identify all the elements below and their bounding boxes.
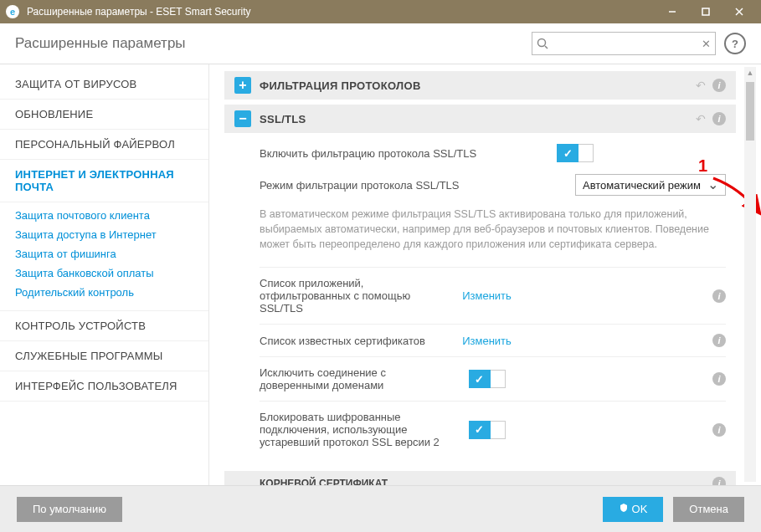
- sidebar-sub-mail[interactable]: Защита почтового клиента: [0, 206, 208, 225]
- section-root-certificate[interactable]: КОРНЕВОЙ СЕРТИФИКАТ i: [224, 471, 736, 486]
- ok-label: OK: [632, 503, 648, 515]
- sidebar-item-internet-mail[interactable]: ИНТЕРНЕТ И ЭЛЕКТРОННАЯ ПОЧТА: [0, 160, 208, 202]
- svg-rect-3: [702, 8, 709, 15]
- cert-list-edit-link[interactable]: Изменить: [462, 335, 512, 347]
- sidebar-item-antivirus[interactable]: ЗАЩИТА ОТ ВИРУСОВ: [0, 69, 208, 100]
- ok-button[interactable]: OK: [603, 497, 664, 522]
- shield-icon: [619, 503, 629, 515]
- app-logo-icon: e: [5, 4, 20, 19]
- default-button[interactable]: По умолчанию: [17, 497, 122, 522]
- mode-select[interactable]: Автоматический режим: [575, 174, 726, 196]
- maximize-button[interactable]: [689, 0, 722, 23]
- help-button[interactable]: ?: [724, 33, 746, 54]
- scroll-up-icon[interactable]: ▲: [744, 67, 756, 79]
- section-title: SSL/TLS: [260, 113, 306, 125]
- scrollbar[interactable]: ▲: [744, 67, 756, 482]
- exclude-trusted-label: Исключить соединение с доверенными домен…: [260, 366, 462, 391]
- ssltls-settings: Включить фильтрацию протокола SSL/TLS Ре…: [224, 138, 736, 459]
- minimize-button[interactable]: [656, 0, 689, 23]
- enable-ssl-label: Включить фильтрацию протокола SSL/TLS: [260, 147, 550, 160]
- sidebar-sub-antiphishing[interactable]: Защита от фишинга: [0, 244, 208, 263]
- search-icon: [532, 38, 553, 49]
- info-icon[interactable]: i: [712, 79, 726, 92]
- undo-icon[interactable]: ↶: [696, 112, 706, 125]
- search-input-container[interactable]: ✕: [532, 32, 716, 55]
- search-input[interactable]: [553, 38, 697, 50]
- titlebar: e Расширенные параметры - ESET Smart Sec…: [0, 0, 761, 23]
- clear-search-icon[interactable]: ✕: [697, 38, 715, 50]
- info-icon[interactable]: i: [712, 112, 726, 125]
- info-icon[interactable]: i: [712, 423, 726, 437]
- header: Расширенные параметры ✕ ?: [0, 23, 761, 64]
- sidebar-sub-banking[interactable]: Защита банковской оплаты: [0, 263, 208, 283]
- section-protocol-filtering[interactable]: + ФИЛЬТРАЦИЯ ПРОТОКОЛОВ ↶ i: [224, 71, 736, 100]
- sidebar-item-tools[interactable]: СЛУЖЕБНЫЕ ПРОГРАММЫ: [0, 341, 208, 371]
- info-icon[interactable]: i: [712, 334, 726, 347]
- svg-line-7: [545, 46, 548, 49]
- footer: По умолчанию OK Отмена: [0, 485, 761, 532]
- sidebar-item-firewall[interactable]: ПЕРСОНАЛЬНЫЙ ФАЙЕРВОЛ: [0, 130, 208, 160]
- scrollbar-thumb[interactable]: [746, 82, 754, 141]
- section-ssltls[interactable]: − SSL/TLS ↶ i: [224, 105, 736, 133]
- svg-text:e: e: [10, 7, 15, 17]
- sidebar-sub-parental[interactable]: Родительский контроль: [0, 283, 208, 302]
- sidebar-item-update[interactable]: ОБНОВЛЕНИЕ: [0, 100, 208, 130]
- svg-point-6: [538, 39, 546, 47]
- main-panel: + ФИЛЬТРАЦИЯ ПРОТОКОЛОВ ↶ i − SSL/TLS ↶ …: [209, 64, 761, 486]
- block-old-ssl-toggle[interactable]: [469, 421, 506, 439]
- app-list-edit-link[interactable]: Изменить: [462, 289, 512, 302]
- cancel-button[interactable]: Отмена: [673, 497, 744, 522]
- expand-icon[interactable]: +: [234, 77, 251, 94]
- sidebar-item-device-control[interactable]: КОНТРОЛЬ УСТРОЙСТВ: [0, 311, 208, 341]
- close-button[interactable]: [722, 0, 756, 23]
- mode-label: Режим фильтрации протокола SSL/TLS: [260, 179, 568, 192]
- cert-list-label: Список известных сертификатов: [260, 335, 455, 347]
- app-list-label: Список приложений, отфильтрованных с пом…: [260, 277, 455, 315]
- page-title: Расширенные параметры: [15, 35, 186, 52]
- mode-value: Автоматический режим: [583, 179, 701, 192]
- undo-icon[interactable]: ↶: [696, 79, 706, 92]
- info-icon[interactable]: i: [712, 372, 726, 386]
- sidebar-item-ui[interactable]: ИНТЕРФЕЙС ПОЛЬЗОВАТЕЛЯ: [0, 371, 208, 402]
- mode-description: В автоматическом режиме фильтрация SSL/T…: [260, 202, 726, 263]
- sidebar: ЗАЩИТА ОТ ВИРУСОВ ОБНОВЛЕНИЕ ПЕРСОНАЛЬНЫ…: [0, 64, 209, 486]
- info-icon[interactable]: i: [712, 289, 726, 303]
- collapse-icon[interactable]: −: [234, 110, 251, 127]
- sidebar-sub-web[interactable]: Защита доступа в Интернет: [0, 225, 208, 244]
- exclude-trusted-toggle[interactable]: [469, 370, 506, 388]
- window-title: Расширенные параметры - ESET Smart Secur…: [27, 6, 251, 18]
- section-title: ФИЛЬТРАЦИЯ ПРОТОКОЛОВ: [260, 79, 421, 92]
- block-old-ssl-label: Блокировать шифрованные подключения, исп…: [260, 411, 462, 448]
- enable-ssl-toggle[interactable]: [557, 144, 594, 162]
